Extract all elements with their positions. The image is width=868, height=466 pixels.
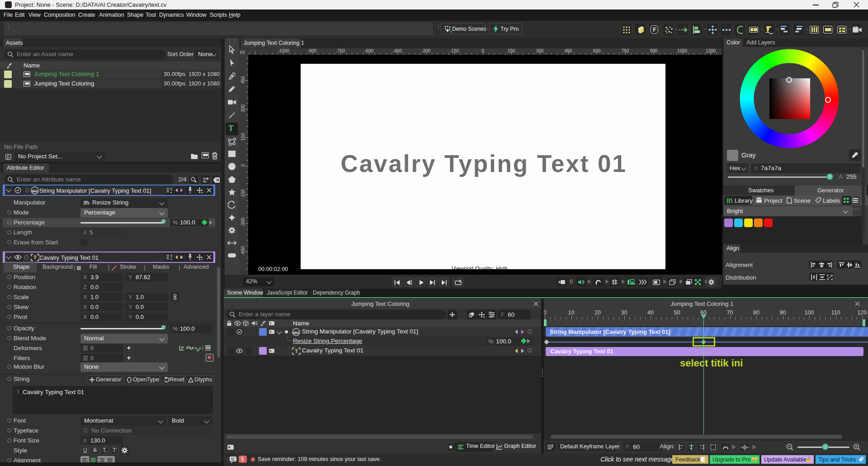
svg-text:T: T [33, 255, 37, 260]
svg-text:T: T [295, 348, 298, 354]
